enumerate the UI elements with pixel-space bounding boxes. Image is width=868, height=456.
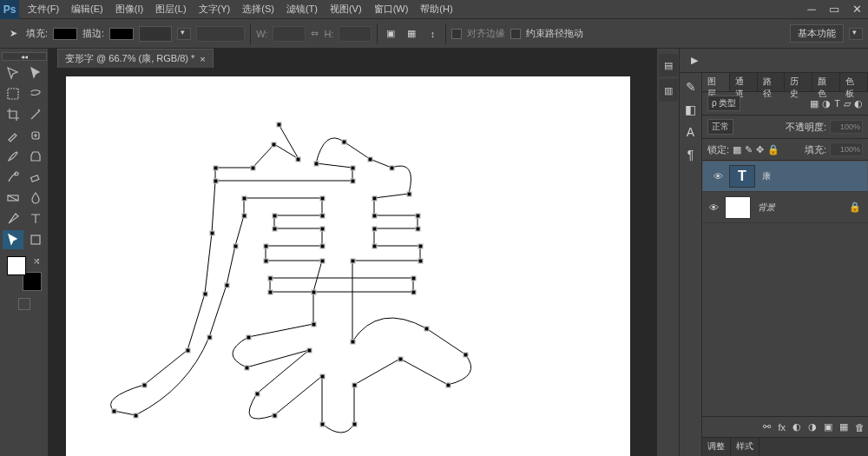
close-button[interactable]: ✕ — [845, 0, 868, 19]
filter-icon-5[interactable]: ◐ — [854, 98, 863, 109]
visibility-icon[interactable]: 👁 — [707, 171, 729, 182]
path-op-2-icon[interactable]: ▦ — [404, 26, 419, 42]
menu-layer[interactable]: 图层(L) — [150, 0, 191, 18]
maximize-button[interactable]: ▭ — [823, 0, 845, 19]
layer-row[interactable]: 👁 背景 🔒 — [702, 192, 868, 223]
filter-icon-1[interactable]: ▦ — [810, 98, 819, 109]
layer-name[interactable]: 康 — [762, 170, 771, 182]
gradient-tool[interactable] — [3, 188, 23, 208]
magic-wand-tool[interactable] — [25, 105, 46, 124]
layer-name[interactable]: 背景 — [758, 202, 775, 214]
tab-channels[interactable]: 通道 — [730, 73, 758, 91]
fill-opacity-input[interactable]: 100% — [830, 142, 863, 156]
stroke-style-dropdown[interactable] — [196, 26, 245, 42]
crop-tool[interactable] — [3, 105, 23, 124]
layer-filter-dropdown[interactable]: ρ 类型 — [707, 96, 740, 111]
link-wh-icon[interactable]: ⇔ — [311, 28, 319, 39]
tab-swatches[interactable]: 色板 — [840, 73, 868, 91]
tab-styles[interactable]: 样式 — [731, 438, 760, 456]
close-tab-icon[interactable]: × — [200, 54, 205, 64]
lock-all-icon[interactable]: 🔒 — [767, 144, 779, 155]
document-tab[interactable]: 变形字 @ 66.7% (康, RGB/8) * × — [57, 49, 214, 68]
menu-image[interactable]: 图像(I) — [110, 0, 148, 18]
menu-filter[interactable]: 滤镜(T) — [281, 0, 323, 18]
path-op-1-icon[interactable]: ▣ — [383, 26, 398, 42]
lasso-tool[interactable] — [25, 84, 46, 103]
healing-tool[interactable] — [25, 126, 46, 145]
blend-mode-dropdown[interactable]: 正常 — [707, 119, 733, 135]
clone-panel-icon[interactable]: ◧ — [682, 101, 700, 118]
foreground-color[interactable] — [7, 256, 26, 275]
swap-colors-icon[interactable]: ⤭ — [33, 256, 40, 266]
path-op-3-icon[interactable]: ↕ — [424, 26, 440, 42]
shape-tool[interactable] — [25, 230, 46, 249]
dock-icon-1[interactable]: ▤ — [659, 54, 678, 76]
stroke-swatch[interactable] — [109, 28, 134, 40]
filter-icon-4[interactable]: ▱ — [844, 98, 851, 109]
group-icon[interactable]: ▣ — [824, 421, 832, 433]
quickmask[interactable] — [18, 298, 30, 310]
type-tool[interactable] — [25, 209, 46, 228]
eyedropper-tool[interactable] — [3, 126, 23, 145]
tab-layers[interactable]: 图层 — [702, 73, 730, 91]
opacity-input[interactable]: 100% — [830, 120, 863, 134]
tab-color[interactable]: 颜色 — [812, 73, 840, 91]
tab-history[interactable]: 历史 — [785, 73, 812, 91]
filter-icon-2[interactable]: ◑ — [822, 98, 831, 109]
playback-icon[interactable]: ▶ — [685, 51, 704, 70]
fx-icon[interactable]: fx — [778, 422, 786, 433]
filter-icon-t[interactable]: T — [834, 98, 840, 109]
para-panel-icon[interactable]: ¶ — [682, 146, 700, 163]
history-brush-tool[interactable] — [3, 168, 23, 187]
menu-help[interactable]: 帮助(H) — [415, 0, 457, 18]
lock-pos-icon[interactable]: ✥ — [756, 144, 764, 155]
direct-select-tool[interactable] — [3, 230, 23, 249]
menu-type[interactable]: 文字(Y) — [194, 0, 236, 18]
menu-view[interactable]: 视图(V) — [325, 0, 367, 18]
visibility-icon[interactable]: 👁 — [702, 202, 725, 213]
tab-paths[interactable]: 路径 — [758, 73, 786, 91]
adjustment-icon[interactable]: ◑ — [808, 421, 817, 433]
svg-rect-5 — [31, 235, 40, 244]
collapse-toolbox[interactable]: ◂◂ — [2, 52, 47, 61]
workspace-dropdown[interactable] — [849, 28, 863, 40]
menu-window[interactable]: 窗口(W) — [369, 0, 414, 18]
fill-swatch[interactable] — [53, 28, 77, 40]
align-edges-checkbox[interactable] — [451, 29, 462, 39]
lock-paint-icon[interactable]: ✎ — [745, 144, 753, 155]
layer-row[interactable]: 👁 T 康 — [702, 161, 868, 192]
svg-rect-31 — [446, 383, 450, 387]
menu-file[interactable]: 文件(F) — [23, 0, 64, 18]
char-panel-icon[interactable]: A — [682, 123, 700, 141]
eraser-tool[interactable] — [25, 168, 46, 187]
brush-tool[interactable] — [3, 147, 23, 166]
path-select-tool[interactable] — [25, 63, 46, 83]
mask-icon[interactable]: ◐ — [792, 421, 801, 433]
brush-panel-icon[interactable]: ✎ — [682, 78, 700, 96]
menu-select[interactable]: 选择(S) — [237, 0, 279, 18]
pen-tool[interactable] — [3, 209, 23, 228]
stroke-type-dropdown[interactable] — [177, 28, 191, 40]
link-layers-icon[interactable]: ⚯ — [763, 421, 771, 433]
stroke-width-input[interactable] — [139, 26, 172, 42]
blur-tool[interactable] — [25, 188, 46, 208]
lock-trans-icon[interactable]: ▩ — [733, 144, 741, 155]
width-input[interactable] — [273, 26, 306, 42]
svg-rect-45 — [264, 259, 268, 263]
width-label: W: — [256, 29, 267, 39]
svg-rect-34 — [352, 422, 357, 426]
height-input[interactable] — [339, 26, 372, 42]
minimize-button[interactable]: ─ — [800, 0, 823, 19]
constrain-checkbox[interactable] — [510, 29, 521, 39]
trash-icon[interactable]: 🗑 — [855, 422, 865, 433]
new-layer-icon[interactable]: ▦ — [839, 421, 848, 433]
move-tool[interactable] — [3, 63, 23, 83]
color-chips[interactable]: ⤭ — [7, 256, 42, 291]
workspace-button[interactable]: 基本功能 — [790, 24, 844, 43]
dock-icon-2[interactable]: ▥ — [659, 79, 678, 102]
clone-tool[interactable] — [25, 147, 46, 166]
tab-adjust[interactable]: 调整 — [702, 438, 731, 456]
marquee-tool[interactable] — [3, 84, 23, 103]
canvas[interactable] — [66, 76, 630, 456]
menu-edit[interactable]: 编辑(E) — [66, 0, 108, 18]
